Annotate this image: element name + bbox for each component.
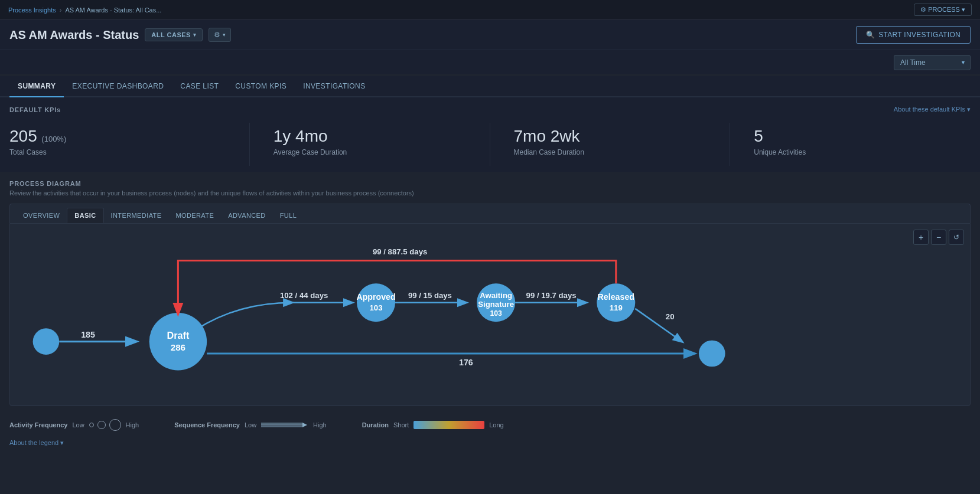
diagram-tabs: OVERVIEW BASIC INTERMEDIATE MODERATE ADV… <box>9 204 971 223</box>
edge-loop-red <box>178 260 616 313</box>
node-released[interactable] <box>597 283 635 322</box>
breadcrumb: Process Insights › AS AM Awards - Status… <box>8 6 161 14</box>
kpi-value-median-duration: 7mo 2wk <box>514 127 716 146</box>
kpi-card-median-duration: 7mo 2wk Median Case Duration <box>490 123 731 166</box>
legend-circle-large <box>109 419 121 431</box>
tab-custom-kpis[interactable]: CUSTOM KPIS <box>227 76 295 97</box>
node-end[interactable] <box>699 340 725 367</box>
dtab-overview[interactable]: OVERVIEW <box>16 208 67 223</box>
node-draft-count: 286 <box>171 342 185 352</box>
kpi-about-link[interactable]: About these default KPIs ▾ <box>894 106 971 113</box>
node-approved-count: 103 <box>370 303 383 312</box>
edge-draft-approved-path <box>196 302 292 329</box>
zoom-in-button[interactable]: + <box>913 230 929 245</box>
node-awaiting-label2: Signature <box>478 300 514 309</box>
kpi-value-avg-duration: 1y 4mo <box>274 127 476 146</box>
edge-label-approved-awaiting: 99 / 15 days <box>408 290 452 299</box>
process-menu-button[interactable]: ⚙ PROCESS ▾ <box>914 4 972 16</box>
node-awaiting-label1: Awaiting <box>480 290 512 299</box>
legend-sequence-frequency: Sequence Frequency Low High <box>174 421 326 429</box>
all-cases-button[interactable]: ALL CASES ▾ <box>145 28 203 41</box>
dtab-full[interactable]: FULL <box>273 208 304 223</box>
edge-released-end <box>635 309 682 342</box>
start-investigation-button[interactable]: 🔍 START INVESTIGATION <box>856 26 971 44</box>
edge-label-draft-approved: 102 / 44 days <box>280 290 328 299</box>
kpi-label-median-duration: Median Case Duration <box>514 148 716 156</box>
dtab-moderate[interactable]: MODERATE <box>168 208 221 223</box>
process-diagram-section: PROCESS DIAGRAM Review the activities th… <box>0 172 980 412</box>
duration-gradient <box>414 421 484 429</box>
legend-arrow-svg <box>261 421 308 429</box>
gear-icon: ⚙ <box>214 31 220 39</box>
dtab-advanced[interactable]: ADVANCED <box>221 208 273 223</box>
process-diagram-subtitle: Review the activities that occur in your… <box>9 189 971 197</box>
time-filter-select[interactable]: All Time Last 30 Days Last 90 Days Last … <box>894 55 971 70</box>
node-draft-label: Draft <box>167 329 190 340</box>
page-title: AS AM Awards - Status <box>9 28 139 42</box>
header-row: AS AM Awards - Status ALL CASES ▾ ⚙ ▾ 🔍 … <box>0 20 980 50</box>
legend-bar: Activity Frequency Low High Sequence Fre… <box>0 412 980 436</box>
kpi-card-avg-duration: 1y 4mo Average Case Duration <box>250 123 490 166</box>
about-legend-link[interactable]: About the legend ▾ <box>9 439 64 446</box>
legend-duration: Duration Short Long <box>362 421 504 429</box>
tab-summary[interactable]: SUMMARY <box>9 76 64 97</box>
settings-gear-button[interactable]: ⚙ ▾ <box>209 28 231 42</box>
zoom-out-button[interactable]: − <box>931 230 946 245</box>
time-filter-row: All Time Last 30 Days Last 90 Days Last … <box>0 50 980 74</box>
legend-arrow-track <box>261 421 308 429</box>
edge-label-185: 185 <box>81 329 95 339</box>
search-icon: 🔍 <box>866 31 875 39</box>
node-released-label: Released <box>598 292 634 301</box>
tab-executive-dashboard[interactable]: EXECUTIVE DASHBOARD <box>64 76 172 97</box>
breadcrumb-root[interactable]: Process Insights <box>8 6 56 14</box>
kpi-section-title: DEFAULT KPIs <box>9 106 61 113</box>
time-filter-wrapper: All Time Last 30 Days Last 90 Days Last … <box>894 55 971 70</box>
node-approved-label: Approved <box>356 292 395 301</box>
kpi-label-total-cases: Total Cases <box>9 148 235 156</box>
kpi-value-total-cases: 205 (100%) <box>9 127 235 146</box>
diagram-controls: + − ↺ <box>913 230 964 245</box>
tabs-bar: SUMMARY EXECUTIVE DASHBOARD CASE LIST CU… <box>0 76 980 97</box>
kpi-card-unique-activities: 5 Unique Activities <box>730 123 971 166</box>
header-left: AS AM Awards - Status ALL CASES ▾ ⚙ ▾ <box>9 28 231 42</box>
top-bar: Process Insights › AS AM Awards - Status… <box>0 0 980 20</box>
svg-marker-3 <box>302 423 307 427</box>
reset-zoom-button[interactable]: ↺ <box>949 230 964 245</box>
legend-circles <box>89 419 121 431</box>
node-draft[interactable] <box>149 313 207 371</box>
breadcrumb-current: AS AM Awards - Status: All Cas... <box>65 6 161 14</box>
breadcrumb-sep: › <box>60 6 62 14</box>
kpi-value-unique-activities: 5 <box>754 127 956 146</box>
legend-activity-frequency: Activity Frequency Low High <box>9 419 139 431</box>
diagram-canvas: + − ↺ 185 Draft <box>9 223 971 406</box>
kpi-card-total-cases: 205 (100%) Total Cases <box>9 123 250 166</box>
edge-label-released-end: 20 <box>666 312 675 321</box>
edge-label-loop-red: 99 / 887.5 days <box>373 247 427 256</box>
process-diagram-title: PROCESS DIAGRAM <box>9 180 971 187</box>
tab-case-list[interactable]: CASE LIST <box>172 76 227 97</box>
kpi-section: DEFAULT KPIs About these default KPIs ▾ … <box>0 97 980 172</box>
edge-label-awaiting-released: 99 / 19.7 days <box>526 290 577 299</box>
legend-circle-small <box>89 423 94 427</box>
node-start[interactable] <box>33 328 60 355</box>
node-released-count: 119 <box>610 303 623 312</box>
process-diagram-svg: 185 Draft 286 102 / 44 days Approved 103… <box>10 224 970 405</box>
kpi-label-avg-duration: Average Case Duration <box>274 148 476 156</box>
node-awaiting-count: 103 <box>490 309 503 318</box>
kpi-header: DEFAULT KPIs About these default KPIs ▾ <box>9 106 971 113</box>
edge-label-176: 176 <box>459 358 473 367</box>
kpi-grid: 205 (100%) Total Cases 1y 4mo Average Ca… <box>9 123 971 166</box>
legend-circle-medium <box>97 421 106 429</box>
dtab-intermediate[interactable]: INTERMEDIATE <box>104 208 169 223</box>
kpi-label-unique-activities: Unique Activities <box>754 148 956 156</box>
node-approved[interactable] <box>357 283 395 322</box>
tab-investigations[interactable]: INVESTIGATIONS <box>295 76 373 97</box>
dtab-basic[interactable]: BASIC <box>67 208 103 223</box>
